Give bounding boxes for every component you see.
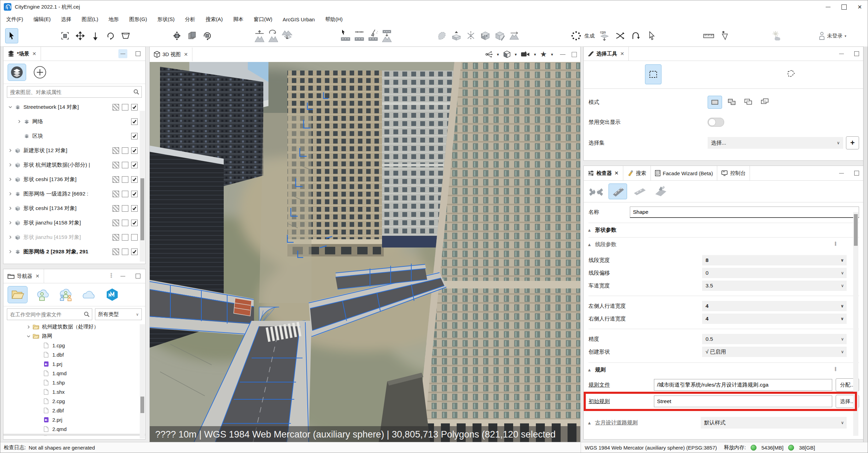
file-type-filter[interactable]: 所有类型∨: [95, 308, 142, 320]
scene-layer-row[interactable]: 形状 jianzhu [4159 对象]: [3, 230, 145, 244]
visibility-checkbox[interactable]: [131, 147, 138, 154]
scene-search-field[interactable]: [7, 86, 142, 98]
mode-remove-selection[interactable]: [741, 96, 755, 108]
cloud-button[interactable]: [80, 286, 98, 303]
visibility-checkbox[interactable]: [122, 234, 128, 241]
dropdown-arrow-icon[interactable]: ▼: [533, 53, 537, 56]
visibility-hatch-checkbox[interactable]: [113, 234, 119, 241]
minimize-panel-button[interactable]: [560, 54, 565, 55]
selection-set-dropdown[interactable]: 选择...∨: [708, 137, 843, 149]
navigator-file-row[interactable]: 1.shx: [3, 387, 145, 397]
cleanup-streets-icon[interactable]: [367, 29, 379, 43]
parameter-dropdown[interactable]: √ 已启用∨: [702, 347, 847, 357]
parameter-dropdown[interactable]: 8∨: [702, 255, 847, 265]
parameter-dropdown[interactable]: 4∨: [702, 301, 847, 311]
visibility-checkbox[interactable]: [122, 191, 128, 197]
minimize-panel-button[interactable]: [118, 272, 127, 281]
scene-scrollbar[interactable]: [140, 111, 145, 262]
maximize-panel-button[interactable]: [852, 169, 861, 178]
scene-layer-row[interactable]: 形状 ceshi [1736 对象]: [3, 172, 145, 187]
visibility-checkbox[interactable]: [122, 147, 128, 154]
randomize-seed-icon[interactable]: [614, 29, 626, 43]
menu-item[interactable]: 窗口(W): [248, 16, 277, 23]
expand-icon[interactable]: [7, 192, 14, 196]
navigator-search-field[interactable]: [7, 308, 92, 320]
visibility-checkbox[interactable]: [131, 249, 138, 255]
menu-item[interactable]: 地形: [104, 16, 124, 23]
visibility-checkbox[interactable]: [122, 162, 128, 168]
menu-item[interactable]: 分析: [180, 16, 200, 23]
lasso-select-tool[interactable]: [785, 69, 796, 80]
navigator-file-row[interactable]: 2.cpg: [3, 397, 145, 406]
navigator-file-row[interactable]: 1.dbf: [3, 350, 145, 359]
menu-item[interactable]: ArcGIS Urban: [277, 17, 320, 22]
scene-layer-row[interactable]: 形状 ceshi [1734 对象]: [3, 201, 145, 215]
maximize-panel-button[interactable]: [572, 52, 577, 57]
visibility-checkbox[interactable]: [122, 104, 128, 110]
minimize-panel-button[interactable]: [118, 49, 127, 58]
select-scope-icon[interactable]: [59, 29, 71, 43]
navigator-file-row[interactable]: 1.cpg: [3, 341, 145, 350]
sidewalk-type-button[interactable]: [652, 184, 670, 199]
extrude-shape-icon[interactable]: [450, 29, 463, 43]
visibility-checkbox[interactable]: [131, 191, 138, 197]
scene-layer-row[interactable]: 区块: [3, 129, 145, 143]
lane-type-button[interactable]: [631, 184, 648, 199]
object-rotate-icon[interactable]: [201, 29, 213, 43]
navigator-file-row[interactable]: 2.prj: [3, 415, 145, 424]
panel-menu-icon[interactable]: °°°: [110, 274, 112, 279]
move-tool-icon[interactable]: [74, 29, 86, 43]
expand-icon[interactable]: [16, 119, 23, 124]
mode-new-selection[interactable]: [708, 96, 722, 109]
menu-item[interactable]: 图形(G): [124, 16, 152, 23]
login-button[interactable]: 未登录 ▾: [819, 32, 846, 40]
tab-facade-wizard[interactable]: Facade Wizard (Beta): [651, 166, 718, 180]
tab-selection-tools[interactable]: 选择工具✕: [584, 47, 629, 61]
assign-cga-rule-icon[interactable]: cga: [598, 29, 611, 43]
object-offset-icon[interactable]: [186, 29, 198, 43]
workspace-files-button[interactable]: [8, 286, 28, 303]
scene-layer-row[interactable]: Streetnetwork [14 对象]: [3, 100, 145, 114]
tab-search[interactable]: 搜索: [623, 166, 651, 180]
scene-search-input[interactable]: [9, 89, 133, 95]
align-terrain-to-street-icon[interactable]: [381, 29, 393, 43]
visibility-checkbox[interactable]: [122, 205, 128, 212]
menu-item[interactable]: 脚本: [228, 16, 248, 23]
expand-icon[interactable]: [25, 325, 32, 329]
picker-icon[interactable]: [718, 29, 731, 43]
visibility-checkbox[interactable]: [122, 176, 128, 183]
visibility-hatch-checkbox[interactable]: [113, 176, 119, 183]
scene-layer-row[interactable]: 形状 jianzhu [4158 对象]: [3, 215, 145, 230]
maximize-panel-button[interactable]: [134, 49, 142, 58]
close-tab-icon[interactable]: ✕: [620, 51, 624, 56]
expand-icon[interactable]: [7, 206, 14, 210]
add-selection-set-button[interactable]: +: [846, 136, 859, 149]
navigator-folder-row[interactable]: 路网: [3, 331, 145, 341]
rules-section-header[interactable]: ▲规则 °°°: [587, 366, 860, 373]
scene-layer-row[interactable]: 网络: [3, 114, 145, 129]
expand-icon[interactable]: [7, 221, 14, 225]
dropdown-arrow-icon[interactable]: ▼: [496, 53, 500, 56]
texture-edit-icon[interactable]: [494, 29, 506, 43]
isolate-selection-icon[interactable]: [485, 51, 493, 58]
collapse-caret-icon[interactable]: ▲: [587, 228, 592, 233]
maximize-panel-button[interactable]: [852, 49, 861, 58]
navigator-file-row[interactable]: 2.qmd: [3, 424, 145, 434]
collapse-caret-icon[interactable]: ▲: [587, 367, 592, 372]
style-rule-header[interactable]: ▲古月设计道路规则: [587, 419, 701, 426]
bookmark-star-icon[interactable]: ★: [540, 50, 547, 59]
expand-icon[interactable]: [25, 335, 32, 338]
reset-terrain-icon[interactable]: [267, 29, 279, 43]
view-mode-cube-icon[interactable]: [503, 51, 511, 58]
name-input[interactable]: [630, 207, 859, 218]
visibility-checkbox[interactable]: [131, 162, 138, 168]
disable-highlight-toggle[interactable]: [708, 118, 724, 127]
measure-ruler-icon[interactable]: [702, 29, 715, 43]
split-shape-icon[interactable]: [465, 29, 477, 43]
collapse-caret-icon[interactable]: ▲: [587, 420, 592, 425]
expand-icon[interactable]: [7, 250, 14, 254]
edit-street-icon[interactable]: [353, 29, 366, 43]
menu-item[interactable]: 形状(S): [152, 16, 180, 23]
menu-item[interactable]: 图层(L): [76, 16, 103, 23]
minimize-button[interactable]: [820, 0, 836, 13]
